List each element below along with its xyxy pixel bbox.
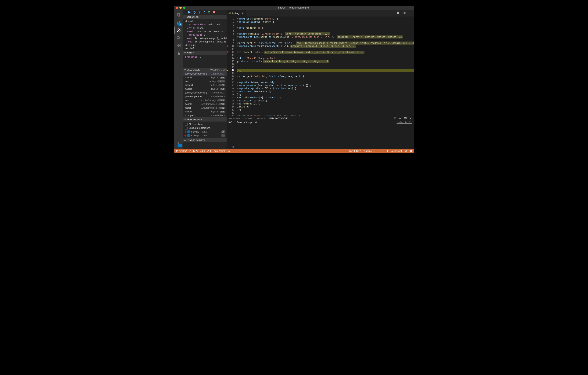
panel-tab-output[interactable]: OUTPUT [243, 117, 252, 120]
callstack-frame[interactable]: next.../router/index.js275:10 [183, 99, 227, 102]
extensions-tab[interactable] [174, 42, 183, 49]
variable-row[interactable]: Return value: undefined [183, 23, 227, 26]
panel-tab-problems[interactable]: PROBLEMS [229, 117, 240, 120]
continue-button[interactable] [188, 11, 191, 14]
bottom-panel: PROBLEMS OUTPUT TERMINAL DEBUG CONSOLE H… [227, 116, 414, 149]
bp-uncaught-exceptions[interactable]: Uncaught Exceptions [183, 126, 227, 130]
variable-row[interactable]: productId: 1 [183, 33, 227, 37]
checkbox-unchecked[interactable] [185, 127, 188, 130]
variable-row[interactable]: ▸res: ServerResponse {domain: null… [183, 40, 227, 44]
close-panel-button[interactable] [409, 117, 412, 120]
search-tab[interactable] [174, 34, 183, 42]
editor-more-button[interactable] [409, 11, 412, 15]
warning-icon [207, 150, 210, 153]
auto-attach-status[interactable]: Auto Attach: On [214, 150, 230, 153]
svg-point-28 [411, 13, 411, 13]
git-branch-status[interactable]: master* [176, 150, 187, 153]
debug-tab[interactable] [174, 27, 183, 34]
code-content[interactable]: var express = require('express');var rou… [237, 16, 414, 116]
close-tab-button[interactable]: ✕ [242, 12, 244, 15]
line-number-gutter[interactable]: 1234567891011121314151617181920212223242… [227, 16, 237, 116]
settings-tab[interactable]: 1 [174, 140, 183, 148]
callstack-frame[interactable]: handlelayer.js95:5 [183, 76, 227, 79]
callstack-frame[interactable]: (anonymous function).../router/ind… [183, 91, 227, 95]
debug-more-button[interactable] [218, 11, 220, 14]
callstack-frame[interactable]: (anonymous function).../routes/ind… [183, 72, 227, 76]
debug-console-input[interactable] [231, 145, 412, 148]
settings-badge: 1 [178, 144, 182, 147]
svg-point-27 [410, 13, 410, 13]
callstack-frame[interactable]: trim_prefix.../router/index.js [183, 114, 227, 117]
feedback-button[interactable] [404, 150, 407, 153]
variable-row[interactable]: ▸req: IncomingMessage {_readableSt… [183, 37, 227, 40]
svg-rect-23 [399, 12, 400, 14]
callstack-frame[interactable]: dispatchroute.js112:3 [183, 83, 227, 87]
editor-group: JS index.js ✕ 12345678910111213141516171… [227, 10, 414, 149]
scope-closure[interactable]: ▸Closure [183, 44, 227, 47]
callstack-frame[interactable]: nextroute.js137:13 [183, 79, 227, 83]
callstack-frame[interactable]: handlelayer.js95:5 [183, 87, 227, 91]
split-editor-button[interactable] [403, 11, 406, 15]
encoding-status[interactable]: UTF-8 [377, 150, 383, 153]
panel-tabs: PROBLEMS OUTPUT TERMINAL DEBUG CONSOLE [227, 116, 414, 121]
callstack-header[interactable]: ▾CALL STACK PAUSED ON STEP [183, 68, 227, 72]
panel-tab-terminal[interactable]: TERMINAL [255, 117, 266, 120]
svg-rect-10 [177, 46, 178, 47]
scm-tab[interactable]: 4 [174, 19, 183, 27]
variable-row[interactable]: ▸next: function next(err) { … } [183, 30, 227, 33]
callstack-frame[interactable]: handle.../router/index.js174:3 [183, 102, 227, 106]
variables-header[interactable]: ▾VARIABLES [183, 15, 227, 19]
debug-console-input-row: ❯ [227, 145, 414, 149]
status-bar: master* 0↓ 2↑ 0 0 Auto Attach: On Ln 18,… [174, 149, 414, 153]
svg-rect-0 [178, 13, 179, 16]
tab-index-js[interactable]: JS index.js ✕ [227, 10, 246, 16]
scope-local[interactable]: ▾Local [183, 20, 227, 23]
language-status[interactable]: JavaScript [391, 150, 402, 153]
svg-rect-33 [405, 118, 406, 119]
filter-button[interactable] [393, 117, 396, 120]
notifications-button[interactable] [410, 150, 412, 153]
checkbox-checked[interactable] [187, 131, 190, 133]
maximize-panel-button[interactable] [404, 117, 407, 120]
eol-status[interactable]: LF [386, 150, 388, 153]
scope-global[interactable]: ▸Global [183, 47, 227, 50]
bp-all-exceptions[interactable]: All Exceptions [183, 122, 227, 126]
explorer-tab[interactable] [174, 11, 183, 19]
variables-tree: ▾Local Return value: undefined▸this: glo… [183, 19, 227, 51]
svg-point-7 [177, 36, 179, 39]
code-area[interactable]: 1234567891011121314151617181920212223242… [227, 16, 414, 116]
cursor-position-status[interactable]: Ln 18, Col 1 [349, 150, 361, 153]
loaded-scripts-header[interactable]: ▸LOADED SCRIPTS [183, 138, 227, 142]
collapse-up-button[interactable] [399, 117, 401, 120]
step-over-button[interactable] [193, 11, 196, 14]
compare-changes-button[interactable] [397, 11, 400, 15]
variable-row[interactable]: ▸this: global [183, 26, 227, 30]
watch-row[interactable]: productId: 1 [183, 55, 227, 59]
callstack-frame[interactable]: process_params.../router/index.js [183, 95, 227, 99]
panel-tab-debug-console[interactable]: DEBUG CONSOLE [269, 117, 288, 120]
step-into-button[interactable] [198, 11, 201, 14]
breakpoints-header[interactable]: ▾BREAKPOINTS [183, 117, 227, 121]
checkbox-checked[interactable] [187, 134, 190, 137]
callstack-frame[interactable]: router.../router/index.js47:12 [183, 106, 227, 110]
git-sync-status[interactable]: 0↓ 2↑ [189, 150, 198, 153]
breakpoint-icon [184, 134, 186, 136]
activity-bar: 4 1 [174, 10, 183, 149]
breakpoints-list: All Exceptions Uncaught Exceptions index… [183, 121, 227, 138]
stop-button[interactable] [212, 11, 216, 14]
checkbox-unchecked[interactable] [185, 123, 188, 126]
watch-header[interactable]: ▾WATCH [183, 51, 227, 55]
indentation-status[interactable]: Spaces: 2 [364, 150, 374, 153]
azure-tab[interactable] [174, 49, 183, 57]
callstack-frame[interactable]: handlelayer.js95:5 [183, 110, 227, 114]
svg-rect-1 [178, 14, 180, 17]
svg-point-20 [219, 12, 219, 13]
debug-console-source-link[interactable]: index.js:12 [397, 121, 412, 124]
breakpoint-entry[interactable]: index.jsroutes10 [183, 130, 227, 134]
problems-status[interactable]: 0 0 [200, 150, 211, 153]
breakpoint-entry[interactable]: index.jsroutes12 [183, 134, 227, 137]
restart-button[interactable] [208, 11, 211, 14]
svg-point-17 [204, 13, 205, 14]
breakpoint-icon [185, 131, 186, 132]
step-out-button[interactable] [203, 11, 206, 14]
